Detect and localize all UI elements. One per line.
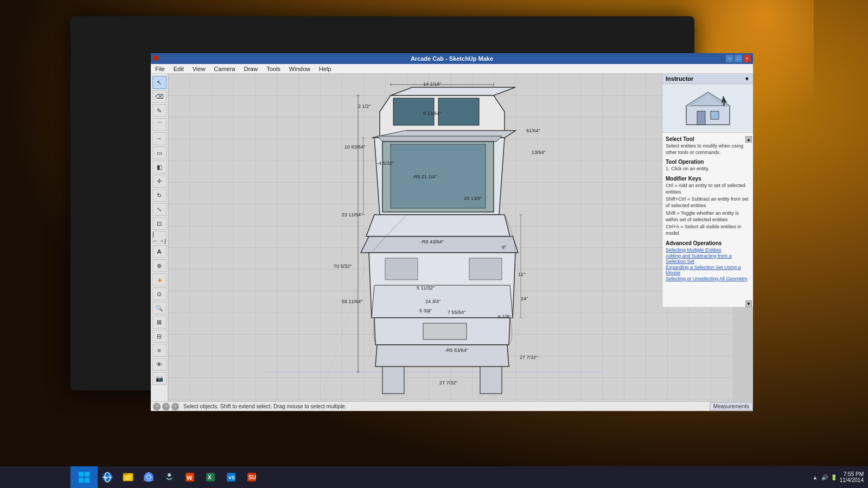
tool-push-pull[interactable]: ◧ xyxy=(152,160,167,174)
taskbar-explorer[interactable] xyxy=(118,467,138,487)
taskbar-app7[interactable]: VS xyxy=(221,467,241,487)
tool-section[interactable]: ⊟ xyxy=(152,330,167,343)
menu-camera[interactable]: Camera xyxy=(212,66,237,72)
start-button[interactable] xyxy=(71,466,98,488)
adv-link-4[interactable]: Selecting or Unselecting All Geometry xyxy=(666,276,750,281)
tool-move[interactable]: ✛ xyxy=(152,175,167,188)
tool-rotate[interactable]: ↻ xyxy=(152,189,167,202)
tool-arc[interactable]: ⌒ xyxy=(152,118,167,131)
instructor-scroll-up[interactable]: ▲ xyxy=(745,136,752,143)
status-bar: ? ? ? Select objects. Shift to extend se… xyxy=(151,401,753,411)
status-icons: ? ? ? xyxy=(153,403,179,410)
tray-network[interactable]: ▲ xyxy=(812,473,819,481)
minimize-button[interactable]: ─ xyxy=(726,55,733,62)
menu-window[interactable]: Window xyxy=(287,66,312,72)
svg-marker-12 xyxy=(366,215,510,236)
measurements-button[interactable]: Measurements xyxy=(710,402,753,410)
date-display: 11/4/2014 xyxy=(840,477,864,483)
tool-camera[interactable]: 📷 xyxy=(152,372,167,385)
menu-edit[interactable]: Edit xyxy=(171,66,186,72)
instructor-scroll-down[interactable]: ▼ xyxy=(745,300,752,307)
menu-file[interactable]: File xyxy=(153,66,167,72)
taskbar-app6[interactable]: X xyxy=(201,467,220,487)
tool-orbit[interactable]: ⊙ xyxy=(152,287,167,300)
dim-70-5: 70 5/32" xyxy=(334,264,352,269)
dim-24-3: 24 3/4" xyxy=(425,299,441,304)
modifier-key-4: Ctrl+A = Select all visible entities in … xyxy=(666,224,750,236)
help-icon-3[interactable]: ? xyxy=(171,403,179,410)
modifier-keys-title: Modifier Keys xyxy=(666,176,750,182)
tool-scale[interactable]: ⤡ xyxy=(152,203,167,216)
svg-text:e: e xyxy=(105,476,107,480)
steam-icon xyxy=(163,471,175,483)
tool-rectangle[interactable]: ▭ xyxy=(152,146,167,159)
tray-volume[interactable]: 🔊 xyxy=(821,473,828,481)
tool-look[interactable]: 👁 xyxy=(152,358,167,371)
dim-r8: -R8 21 1/4" xyxy=(412,174,437,179)
dim-59-11: 59 11/64" xyxy=(342,299,362,304)
tool-pencil[interactable]: ✎ xyxy=(152,104,167,117)
title-bar-controls: ─ □ × xyxy=(726,55,751,62)
tool-offset[interactable]: ⊡ xyxy=(152,217,167,230)
title-bar: Arcade Cab - SketchUp Make ─ □ × xyxy=(151,53,753,64)
menu-bar: File Edit View Camera Draw Tools Window … xyxy=(151,64,753,74)
dim-9in: 9" xyxy=(502,245,506,250)
menu-draw[interactable]: Draw xyxy=(241,66,260,72)
dim-20-13: 20 13/8" xyxy=(464,196,482,201)
tool-tape[interactable]: |←→| xyxy=(152,231,167,244)
windows-logo xyxy=(78,471,91,484)
select-tool-desc: Select entities to modify when using oth… xyxy=(666,143,750,156)
tool-text[interactable]: A xyxy=(152,245,167,258)
tool-eraser[interactable]: ⌫ xyxy=(152,90,167,103)
menu-tools[interactable]: Tools xyxy=(264,66,283,72)
tool-zoom-extents[interactable]: ⊠ xyxy=(152,316,167,329)
tool-freehand[interactable]: ~ xyxy=(152,132,167,145)
menu-help[interactable]: Help xyxy=(317,66,334,72)
taskbar: e xyxy=(0,466,868,488)
adv-link-2[interactable]: Adding and Subtracting from a Selection … xyxy=(666,253,750,264)
help-icon-2[interactable]: ? xyxy=(162,403,170,410)
tool-paint[interactable]: ◈ xyxy=(152,273,167,286)
taskbar-right: ▲ 🔊 🔋 7:55 PM 11/4/2014 xyxy=(760,466,868,488)
svg-marker-15 xyxy=(372,285,513,318)
menu-view[interactable]: View xyxy=(190,66,208,72)
tool-zoom[interactable]: 🔍 xyxy=(152,301,167,314)
tool-axes[interactable]: ⊕ xyxy=(152,259,167,272)
adv-link-3[interactable]: Expanding a Selection Set Using a Mouse xyxy=(666,265,750,275)
tool-walk[interactable]: ≡ xyxy=(152,344,167,357)
window-title: Arcade Cab - SketchUp Make xyxy=(411,55,493,62)
dim-27-7-32b: 27 7/32" xyxy=(439,380,457,386)
app7-icon: VS xyxy=(225,471,237,483)
taskbar-sketchup[interactable]: SU xyxy=(242,467,261,487)
svg-rect-19 xyxy=(423,323,467,339)
dim-6-1: 6 1/8" xyxy=(498,314,510,319)
taskbar-steam[interactable] xyxy=(159,467,179,487)
screen: Arcade Cab - SketchUp Make ─ □ × File Ed… xyxy=(151,53,753,411)
canvas-area[interactable]: 14 1/16" 2 1/2" 8 11/64" 61/64" 10 63/64… xyxy=(168,74,732,410)
app6-icon: X xyxy=(205,471,216,483)
svg-rect-41 xyxy=(79,472,84,477)
dim-24in: 24" xyxy=(521,296,528,301)
taskbar-ie[interactable]: e xyxy=(98,467,117,487)
advanced-title: Advanced Operations xyxy=(666,240,750,246)
dim-2half: 2 1/2" xyxy=(358,104,371,109)
tool-operation-title: Tool Operation xyxy=(666,159,750,165)
svg-marker-20 xyxy=(375,345,509,367)
taskbar-chrome[interactable] xyxy=(139,467,158,487)
tray-battery[interactable]: 🔋 xyxy=(830,473,838,481)
help-icon-1[interactable]: ? xyxy=(153,403,161,410)
system-tray: ▲ 🔊 🔋 xyxy=(812,473,838,481)
svg-text:VS: VS xyxy=(228,475,235,480)
tool-illustration xyxy=(681,89,735,127)
close-button[interactable]: × xyxy=(743,55,751,62)
monitor-bezel: Arcade Cab - SketchUp Make ─ □ × File Ed… xyxy=(71,16,694,390)
explorer-icon xyxy=(122,471,134,483)
instructor-panel: Instructor ▼ ▲ Select Tool Select en xyxy=(662,74,753,307)
tool-select[interactable]: ↖ xyxy=(152,76,167,89)
instructor-close[interactable]: ▼ xyxy=(744,76,750,82)
dim-8-11: 8 11/64" xyxy=(423,111,441,116)
maximize-button[interactable]: □ xyxy=(735,55,742,62)
taskbar-office[interactable]: W xyxy=(180,467,200,487)
adv-link-1[interactable]: Selecting Multiple Entities xyxy=(666,247,750,253)
svg-rect-38 xyxy=(711,111,719,119)
